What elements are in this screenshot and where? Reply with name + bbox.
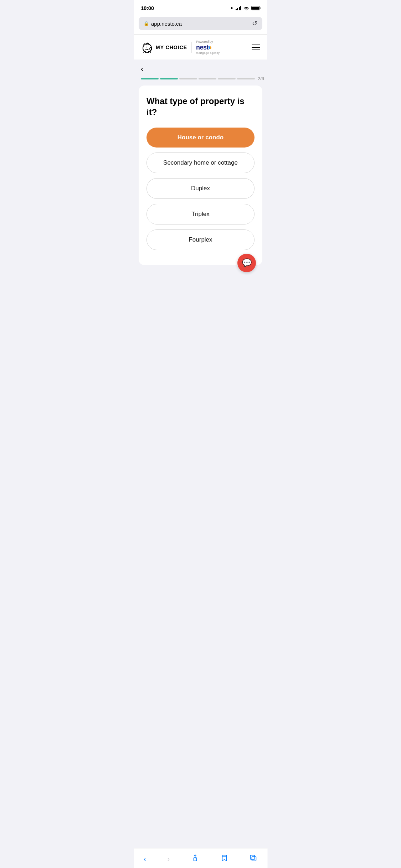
progress-area: 2/6 (134, 76, 267, 86)
logo-area: MY CHOICE Powered by nest mortgage agenc… (141, 40, 220, 55)
svg-line-5 (145, 51, 146, 53)
status-icons: ➤ (230, 6, 261, 10)
option-house-condo[interactable]: House or condo (146, 128, 255, 148)
hamburger-line-1 (252, 45, 260, 45)
piggy-icon (141, 41, 154, 54)
my-choice-label: MY CHOICE (156, 45, 187, 50)
progress-label: 2/6 (258, 76, 264, 81)
lock-icon: 🔒 (144, 21, 149, 26)
svg-line-4 (144, 51, 144, 53)
property-type-card: What type of property is it? House or co… (139, 86, 262, 265)
app-header: MY CHOICE Powered by nest mortgage agenc… (134, 35, 267, 60)
logo-separator (191, 42, 192, 53)
mortgage-label: mortgage agency (196, 51, 220, 55)
option-secondary-home[interactable]: Secondary home or cottage (146, 153, 255, 173)
reload-icon[interactable]: ↺ (252, 20, 257, 27)
progress-bar (141, 78, 255, 79)
svg-line-6 (148, 51, 149, 53)
svg-line-7 (150, 51, 151, 53)
status-bar: 10:00 ➤ (134, 0, 267, 14)
progress-seg-2 (160, 78, 178, 79)
url-bar[interactable]: 🔒 app.nesto.ca ↺ (139, 17, 262, 30)
hamburger-line-3 (252, 50, 260, 50)
browser-bar: 🔒 app.nesto.ca ↺ (134, 14, 267, 35)
nesto-dot (209, 46, 211, 49)
hamburger-line-2 (252, 47, 260, 48)
nesto-label: nest (196, 44, 209, 51)
option-fourplex[interactable]: Fourplex (146, 229, 255, 250)
svg-point-2 (146, 46, 146, 47)
progress-seg-5 (218, 78, 236, 79)
wifi-icon (243, 6, 249, 10)
progress-seg-6 (237, 78, 255, 79)
chat-button[interactable]: 💬 (237, 254, 256, 272)
chat-icon: 💬 (242, 259, 252, 267)
powered-by-label: Powered by (196, 40, 220, 43)
location-icon: ➤ (230, 6, 233, 10)
status-time: 10:00 (141, 5, 154, 11)
card-title: What type of property is it? (146, 95, 255, 118)
my-choice-logo: MY CHOICE (141, 41, 187, 54)
signal-icon (236, 6, 242, 10)
back-button[interactable]: ‹ (141, 65, 143, 73)
url-text: app.nesto.ca (151, 21, 182, 27)
back-area: ‹ (134, 60, 267, 76)
battery-icon (251, 6, 260, 10)
nesto-brand: Powered by nest mortgage agency (196, 40, 220, 55)
option-triplex[interactable]: Triplex (146, 204, 255, 224)
progress-seg-4 (199, 78, 216, 79)
svg-rect-3 (146, 44, 148, 45)
main-content: ‹ 2/6 What type of property is it? House… (134, 60, 267, 272)
hamburger-menu[interactable] (252, 45, 260, 50)
option-duplex[interactable]: Duplex (146, 178, 255, 199)
progress-seg-1 (141, 78, 159, 79)
progress-seg-3 (179, 78, 197, 79)
